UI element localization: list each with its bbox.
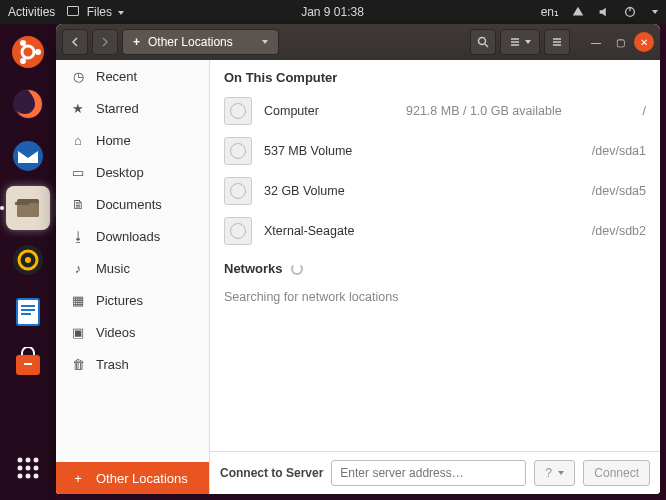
svg-point-14	[25, 257, 31, 263]
sidebar-item-desktop[interactable]: ▭Desktop	[56, 156, 209, 188]
svg-point-23	[26, 458, 31, 463]
drive-row[interactable]: 32 GB Volume /dev/sda5	[210, 171, 660, 211]
clock[interactable]: Jan 9 01:38	[124, 5, 540, 19]
home-icon: ⌂	[70, 132, 86, 148]
chevron-down-icon	[525, 40, 531, 44]
forward-button[interactable]	[92, 29, 118, 55]
minimize-button[interactable]: —	[586, 32, 606, 52]
drive-mount: /	[576, 104, 646, 118]
star-icon: ★	[70, 100, 86, 116]
dock-rhythmbox[interactable]	[6, 238, 50, 282]
svg-rect-1	[629, 7, 630, 11]
trash-icon: 🗑	[70, 356, 86, 372]
hamburger-menu[interactable]	[544, 29, 570, 55]
path-bar[interactable]: + Other Locations	[122, 29, 279, 55]
svg-point-28	[18, 474, 23, 479]
picture-icon: ▦	[70, 292, 86, 308]
disk-icon	[224, 97, 252, 125]
sidebar-item-label: Starred	[96, 101, 139, 116]
drive-info: 921.8 MB / 1.0 GB available	[406, 104, 564, 118]
dock-libreoffice[interactable]	[6, 290, 50, 334]
main-content: On This Computer Computer 921.8 MB / 1.0…	[210, 60, 660, 494]
svg-point-5	[20, 40, 26, 46]
sidebar: ◷Recent ★Starred ⌂Home ▭Desktop 🗎Documen…	[56, 60, 210, 494]
dock-thunderbird[interactable]	[6, 134, 50, 178]
section-label: Networks	[224, 261, 283, 276]
chevron-down-icon[interactable]	[262, 40, 268, 44]
disk-icon	[224, 177, 252, 205]
server-address-input[interactable]	[331, 460, 526, 486]
sidebar-item-label: Home	[96, 133, 131, 148]
sidebar-item-trash[interactable]: 🗑Trash	[56, 348, 209, 380]
activities-button[interactable]: Activities	[8, 5, 55, 19]
svg-rect-21	[24, 363, 32, 365]
files-window: + Other Locations — ▢ ✕ ◷Recent ★Starred…	[56, 24, 660, 494]
chevron-down-icon	[558, 471, 564, 475]
top-panel: Activities Files Jan 9 01:38 en₁	[0, 0, 666, 24]
back-button[interactable]	[62, 29, 88, 55]
disk-icon	[224, 137, 252, 165]
dock-ubuntu-logo[interactable]	[6, 30, 50, 74]
svg-rect-11	[15, 202, 29, 205]
spinner-icon	[291, 263, 303, 275]
dock: Files	[0, 24, 56, 500]
sidebar-item-label: Trash	[96, 357, 129, 372]
dock-firefox[interactable]	[6, 82, 50, 126]
clock-icon: ◷	[70, 68, 86, 84]
dock-software[interactable]	[6, 342, 50, 386]
power-icon[interactable]	[623, 5, 637, 19]
svg-point-29	[26, 474, 31, 479]
drive-row[interactable]: Computer 921.8 MB / 1.0 GB available /	[210, 91, 660, 131]
sidebar-item-starred[interactable]: ★Starred	[56, 92, 209, 124]
recent-servers-button[interactable]: ?	[534, 460, 575, 486]
sidebar-item-label: Documents	[96, 197, 162, 212]
volume-icon[interactable]	[597, 5, 611, 19]
sidebar-item-recent[interactable]: ◷Recent	[56, 60, 209, 92]
view-list-button[interactable]	[500, 29, 540, 55]
svg-rect-17	[21, 305, 35, 307]
drive-mount: /dev/sda1	[576, 144, 646, 158]
svg-rect-18	[21, 309, 35, 311]
app-menu[interactable]: Files	[67, 5, 124, 19]
sidebar-item-pictures[interactable]: ▦Pictures	[56, 284, 209, 316]
plus-icon: +	[133, 35, 140, 49]
dock-show-apps[interactable]	[6, 446, 50, 490]
sidebar-item-label: Downloads	[96, 229, 160, 244]
svg-point-26	[26, 466, 31, 471]
disk-icon	[224, 217, 252, 245]
dock-files[interactable]: Files	[6, 186, 50, 230]
svg-rect-15	[17, 299, 39, 325]
search-button[interactable]	[470, 29, 496, 55]
drive-name: Computer	[264, 104, 394, 118]
maximize-button[interactable]: ▢	[610, 32, 630, 52]
desktop-icon: ▭	[70, 164, 86, 180]
drive-row[interactable]: 537 MB Volume /dev/sda1	[210, 131, 660, 171]
location-label: Other Locations	[148, 35, 233, 49]
sidebar-item-label: Desktop	[96, 165, 144, 180]
sidebar-item-label: Recent	[96, 69, 137, 84]
drive-name: 537 MB Volume	[264, 144, 394, 158]
chevron-down-icon[interactable]	[652, 10, 658, 14]
sidebar-item-label: Pictures	[96, 293, 143, 308]
input-source[interactable]: en₁	[541, 5, 559, 19]
sidebar-item-music[interactable]: ♪Music	[56, 252, 209, 284]
sidebar-item-label: Music	[96, 261, 130, 276]
sidebar-item-videos[interactable]: ▣Videos	[56, 316, 209, 348]
sidebar-item-other-locations[interactable]: +Other Locations	[56, 462, 209, 494]
titlebar: + Other Locations — ▢ ✕	[56, 24, 660, 60]
close-button[interactable]: ✕	[634, 32, 654, 52]
section-on-this-computer: On This Computer	[210, 60, 660, 91]
app-menu-label: Files	[87, 5, 112, 19]
sidebar-item-downloads[interactable]: ⭳Downloads	[56, 220, 209, 252]
sidebar-item-label: Other Locations	[96, 471, 188, 486]
music-icon: ♪	[70, 260, 86, 276]
svg-rect-10	[17, 203, 39, 217]
sidebar-item-documents[interactable]: 🗎Documents	[56, 188, 209, 220]
drive-row[interactable]: Xternal-Seagate /dev/sdb2	[210, 211, 660, 251]
connect-to-server-bar: Connect to Server ? Connect	[210, 451, 660, 494]
network-icon[interactable]	[571, 5, 585, 19]
sidebar-item-home[interactable]: ⌂Home	[56, 124, 209, 156]
connect-button[interactable]: Connect	[583, 460, 650, 486]
svg-point-6	[20, 58, 26, 64]
svg-point-30	[34, 474, 39, 479]
